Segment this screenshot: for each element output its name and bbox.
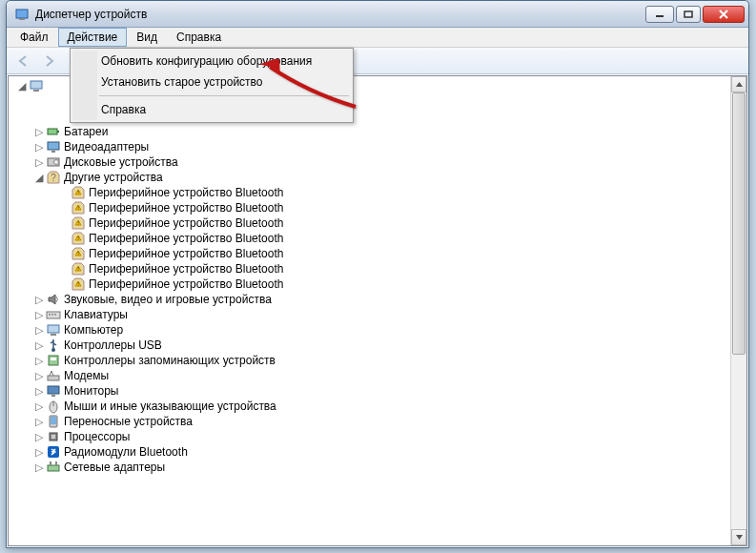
device-tree[interactable]: ◢ ▷ ▷ ▷Батареи▷Видеоадаптеры▷Дисковые ус… (9, 76, 729, 545)
tree-item[interactable]: !Периферийное устройство Bluetooth (12, 261, 729, 276)
warn-icon: ! (71, 261, 86, 276)
expander-icon[interactable]: ▷ (33, 322, 45, 338)
menu-help[interactable]: Справка (72, 99, 351, 120)
tree-item-label[interactable]: Процессоры (64, 429, 131, 444)
tree-item-label[interactable]: Другие устройства (64, 170, 163, 185)
tree-item-label[interactable]: Клавиатуры (64, 307, 128, 322)
bluetooth-icon (46, 444, 61, 460)
computer-icon (46, 322, 61, 338)
menu-separator (99, 95, 349, 96)
tree-item[interactable]: ▷Контроллеры запоминающих устройств (12, 353, 729, 368)
maximize-button[interactable] (676, 6, 701, 23)
expander-icon[interactable]: ▷ (33, 338, 45, 353)
warn-icon: ! (71, 276, 86, 292)
expander-icon[interactable]: ▷ (33, 429, 45, 444)
scroll-up-button[interactable] (731, 76, 746, 92)
menu-add-legacy[interactable]: Установить старое устройство (72, 72, 351, 92)
tree-item-label[interactable]: Переносные устройства (64, 414, 193, 429)
expander-icon[interactable]: ▷ (33, 292, 45, 307)
tree-item[interactable]: !Периферийное устройство Bluetooth (12, 246, 729, 261)
tree-item[interactable]: ▷Звуковые, видео и игровые устройства (12, 292, 729, 307)
expander-icon[interactable]: ▷ (33, 307, 45, 322)
scroll-track[interactable] (731, 92, 746, 529)
expander-icon[interactable]: ◢ (33, 170, 45, 185)
titlebar[interactable]: Диспетчер устройств (7, 1, 748, 28)
tree-item[interactable]: ▷Контроллеры USB (12, 338, 729, 353)
menu-scan-hardware[interactable]: Обновить конфигурацию оборудования (72, 51, 351, 72)
scroll-thumb[interactable] (732, 92, 746, 355)
forward-button[interactable] (37, 51, 60, 72)
tree-item-label[interactable]: Периферийное устройство Bluetooth (89, 231, 283, 246)
svg-rect-4 (31, 81, 42, 89)
storage-icon (46, 353, 61, 368)
tree-item-label[interactable]: Периферийное устройство Bluetooth (89, 185, 283, 200)
warn-icon: ! (71, 246, 86, 261)
minimize-button[interactable] (645, 6, 674, 23)
expander-icon[interactable]: ▷ (33, 383, 45, 399)
tree-item[interactable]: !Периферийное устройство Bluetooth (12, 200, 729, 215)
menu-action[interactable]: Действие (58, 28, 128, 47)
expander-icon[interactable]: ▷ (33, 139, 45, 154)
tree-item[interactable]: ◢?Другие устройства (12, 170, 729, 185)
menu-help[interactable]: Справка (167, 28, 231, 47)
expander-icon[interactable]: ▷ (33, 124, 45, 139)
tree-item[interactable]: ▷Клавиатуры (12, 307, 729, 322)
tree-item-label[interactable]: Сетевые адаптеры (64, 460, 165, 475)
tree-item-label[interactable]: Компьютер (64, 322, 123, 338)
tree-item-label[interactable]: Периферийное устройство Bluetooth (89, 215, 283, 231)
tree-item[interactable]: ▷Мониторы (12, 383, 729, 399)
disk-icon (46, 154, 61, 170)
tree-item[interactable]: !Периферийное устройство Bluetooth (12, 185, 729, 200)
tree-item-label[interactable]: Звуковые, видео и игровые устройства (64, 292, 272, 307)
expander-icon[interactable]: ▷ (33, 154, 45, 170)
scroll-down-button[interactable] (731, 529, 746, 545)
tree-item-label[interactable]: Мониторы (64, 383, 118, 399)
tree-item[interactable]: !Периферийное устройство Bluetooth (12, 215, 729, 231)
close-button[interactable] (703, 6, 745, 23)
expander-icon[interactable]: ◢ (16, 78, 28, 93)
tree-item[interactable]: ▷Батареи (12, 124, 729, 139)
warn-icon: ! (71, 231, 86, 246)
vertical-scrollbar[interactable] (730, 76, 746, 545)
back-button[interactable] (12, 51, 35, 72)
tree-item-label[interactable]: Мыши и иные указывающие устройства (64, 399, 276, 414)
tree-item-label[interactable]: Периферийное устройство Bluetooth (89, 200, 283, 215)
menu-file[interactable]: Файл (10, 28, 58, 47)
cpu-icon (46, 429, 61, 444)
tree-item[interactable]: ▷Переносные устройства (12, 414, 729, 429)
tree-item[interactable]: ▷Модемы (12, 368, 729, 383)
tree-item-label[interactable]: Периферийное устройство Bluetooth (89, 261, 283, 276)
expander-icon[interactable]: ▷ (33, 414, 45, 429)
tree-item[interactable]: !Периферийное устройство Bluetooth (12, 231, 729, 246)
svg-rect-41 (55, 461, 57, 465)
expander-icon[interactable]: ▷ (33, 368, 45, 383)
action-menu-dropdown: Обновить конфигурацию оборудования Устан… (70, 48, 354, 123)
tree-item-label[interactable]: Периферийное устройство Bluetooth (89, 276, 283, 292)
tree-item-label[interactable]: Периферийное устройство Bluetooth (89, 246, 283, 261)
tree-item-label[interactable]: Батареи (64, 124, 108, 139)
tree-item[interactable]: ▷Радиомодули Bluetooth (12, 444, 729, 460)
battery-icon (46, 124, 61, 139)
tree-item-label[interactable]: Контроллеры USB (64, 338, 162, 353)
tree-item[interactable]: !Периферийное устройство Bluetooth (12, 276, 729, 292)
expander-icon[interactable]: ▷ (33, 353, 45, 368)
svg-rect-2 (656, 15, 664, 17)
tree-item[interactable]: ▷Мыши и иные указывающие устройства (12, 399, 729, 414)
tree-item-label[interactable]: Радиомодули Bluetooth (64, 444, 188, 460)
tree-item[interactable]: ▷Видеоадаптеры (12, 139, 729, 154)
expander-icon[interactable]: ▷ (33, 460, 45, 475)
svg-point-26 (51, 348, 55, 352)
tree-item[interactable]: ▷Процессоры (12, 429, 729, 444)
tree-item-label[interactable]: Контроллеры запоминающих устройств (64, 353, 276, 368)
expander-icon[interactable]: ▷ (33, 444, 45, 460)
window-title: Диспетчер устройств (35, 8, 645, 21)
expander-icon[interactable]: ▷ (33, 399, 45, 414)
menu-view[interactable]: Вид (127, 28, 167, 47)
tree-item-label[interactable]: Дисковые устройства (64, 154, 178, 170)
tree-item[interactable]: ▷Компьютер (12, 322, 729, 338)
tree-item-label[interactable]: Видеоадаптеры (64, 139, 149, 154)
tree-item[interactable]: ▷Сетевые адаптеры (12, 460, 729, 475)
tree-item[interactable]: ▷Дисковые устройства (12, 154, 729, 170)
tree-item-label[interactable]: Модемы (64, 368, 109, 383)
svg-rect-23 (54, 314, 56, 316)
